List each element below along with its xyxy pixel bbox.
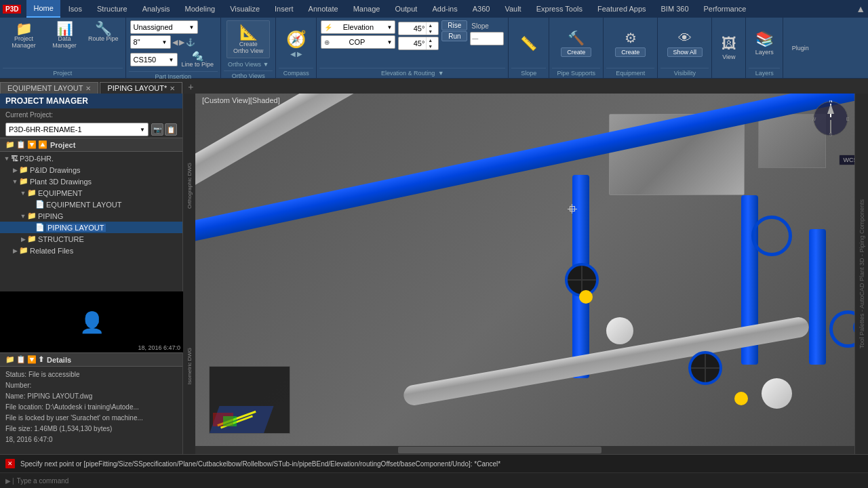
tab-modeling[interactable]: Modeling bbox=[178, 0, 222, 18]
line-to-pipe-button[interactable]: 🔩 Line to Pipe bbox=[179, 50, 217, 70]
piping-layout-tab[interactable]: PIPING LAYOUT* ✕ bbox=[100, 82, 182, 94]
new-tab-button[interactable]: + bbox=[184, 80, 197, 94]
tree-toggle-structure[interactable]: ▶ bbox=[19, 236, 27, 243]
panel-compass-label: Compass bbox=[279, 68, 313, 77]
piping-tab-close[interactable]: ✕ bbox=[170, 85, 175, 92]
tab-performance[interactable]: Performance bbox=[697, 0, 753, 18]
current-project-dropdown[interactable]: P3D-6HR-RENAME-1 ▼ bbox=[5, 123, 149, 136]
piping-folder-icon: 📁 bbox=[27, 211, 37, 220]
details-icon-a[interactable]: 📁 bbox=[5, 355, 15, 364]
tab-addins[interactable]: Add-ins bbox=[425, 0, 464, 18]
cop-dropdown[interactable]: ⊕ COP ▼ bbox=[321, 35, 395, 49]
tab-bim360[interactable]: BIM 360 bbox=[654, 0, 696, 18]
create-equipment-button[interactable]: Create bbox=[615, 47, 646, 57]
details-icon-c[interactable]: 🔽 bbox=[27, 355, 37, 364]
view-label[interactable]: View bbox=[722, 54, 735, 61]
tree-toggle-equipment[interactable]: ▼ bbox=[19, 190, 27, 197]
tab-insert[interactable]: Insert bbox=[268, 0, 300, 18]
project-icon-b[interactable]: 📋 bbox=[16, 140, 26, 149]
angle1-up[interactable]: ▲ bbox=[427, 22, 434, 28]
angle2-input[interactable] bbox=[399, 39, 426, 47]
tree-toggle-root[interactable]: ▼ bbox=[3, 155, 11, 162]
angle1-spinbox[interactable]: ▲ ▼ bbox=[398, 22, 439, 35]
project-icon-2[interactable]: 📋 bbox=[165, 123, 177, 136]
equipment-tab-close[interactable]: ✕ bbox=[85, 85, 91, 92]
tab-home[interactable]: Home bbox=[26, 0, 60, 18]
structure-folder-icon: 📁 bbox=[27, 235, 37, 243]
elevation-routing-caret[interactable]: ▼ bbox=[438, 70, 444, 77]
plugin-button[interactable]: Plugin bbox=[788, 43, 812, 53]
spec-dropdown[interactable]: CS150 ▼ bbox=[130, 53, 178, 66]
show-all-button[interactable]: Show All bbox=[667, 47, 703, 57]
scrollbar-thumb-h[interactable] bbox=[398, 447, 601, 453]
tree-item-equip-layout[interactable]: 📄 EQUIPMENT LAYOUT bbox=[0, 199, 182, 210]
project-manager-button[interactable]: 📁 Project Manager bbox=[4, 20, 43, 51]
tab-output[interactable]: Output bbox=[388, 0, 424, 18]
tree-item-root[interactable]: ▼ 🏗 P3D-6HR. bbox=[0, 153, 182, 164]
webcam-person-icon: 👤 bbox=[79, 310, 104, 334]
line-to-pipe-icon: 🔩 bbox=[192, 52, 203, 61]
rise-button[interactable]: Rise bbox=[441, 20, 467, 30]
route-pipe-button[interactable]: 🔧 Route Pipe bbox=[85, 20, 121, 44]
angle1-input[interactable] bbox=[399, 24, 426, 33]
tree-toggle-related[interactable]: ▶ bbox=[11, 247, 19, 254]
project-icon-d[interactable]: 🔼 bbox=[38, 140, 47, 149]
tree-item-plant3d[interactable]: ▼ 📁 Plant 3D Drawings bbox=[0, 176, 182, 187]
tree-item-pid[interactable]: ▶ 📁 P&ID Drawings bbox=[0, 164, 182, 176]
project-icon-c[interactable]: 🔽 bbox=[27, 140, 37, 149]
tab-manage[interactable]: Manage bbox=[347, 0, 387, 18]
tree-item-piping[interactable]: ▼ 📁 PIPING bbox=[0, 210, 182, 222]
tree-toggle-piping[interactable]: ▼ bbox=[19, 213, 27, 220]
tab-expresstools[interactable]: Express Tools bbox=[530, 0, 589, 18]
elevation-dropdown[interactable]: ⚡ Elevation ▼ bbox=[321, 20, 395, 34]
create-pipe-support-button[interactable]: Create bbox=[561, 47, 591, 57]
ribbon-expand-icon[interactable]: ▲ bbox=[856, 3, 865, 14]
tab-analysis[interactable]: Analysis bbox=[136, 0, 177, 18]
run-button[interactable]: Run bbox=[441, 31, 467, 41]
tree-toggle-plant3d[interactable]: ▼ bbox=[11, 178, 19, 185]
slope-value: — bbox=[472, 35, 478, 42]
tab-vault[interactable]: Vault bbox=[498, 0, 528, 18]
bottom-area: ✕ Specify next point or [pipeFitting/Siz… bbox=[0, 454, 868, 488]
angle1-down[interactable]: ▼ bbox=[427, 28, 434, 35]
tab-structure[interactable]: Structure bbox=[90, 0, 134, 18]
ortho-views-label-btn[interactable]: Ortho Views ▼ bbox=[225, 60, 271, 69]
panel-part-insertion-label: Part Insertion bbox=[129, 71, 218, 80]
tab-isos[interactable]: Isos bbox=[62, 0, 89, 18]
project-manager-icon: 📁 bbox=[16, 22, 33, 35]
panel-compass: 🧭 ◀ ▶ Compass bbox=[276, 18, 317, 78]
command-close-button[interactable]: ✕ bbox=[5, 459, 15, 468]
details-expand-icon[interactable]: ⬆ bbox=[38, 355, 44, 364]
panel-visibility: 👁 Show All Visibility bbox=[658, 18, 712, 78]
angle2-up[interactable]: ▲ bbox=[427, 37, 434, 43]
compass-button[interactable]: 🧭 bbox=[286, 30, 307, 49]
command-input[interactable] bbox=[17, 477, 863, 485]
tree-item-piping-layout[interactable]: 📄 PIPING LAYOUT bbox=[0, 222, 182, 233]
angle2-spinbox[interactable]: ▲ ▼ bbox=[398, 37, 439, 50]
project-icon-1[interactable]: 📷 bbox=[151, 123, 163, 136]
tree-item-related[interactable]: ▶ 📁 Related Files bbox=[0, 245, 182, 256]
angle2-down[interactable]: ▼ bbox=[427, 43, 434, 49]
viewport[interactable]: Orthographic DWG Isometric DWG [Custom V… bbox=[183, 94, 868, 454]
tab-annotate[interactable]: Annotate bbox=[302, 0, 345, 18]
cop-icon: ⊕ bbox=[324, 39, 330, 46]
tab-featuredapps[interactable]: Featured Apps bbox=[591, 0, 653, 18]
svg-text:N: N bbox=[829, 100, 832, 103]
data-manager-button[interactable]: 📊 Data Manager bbox=[45, 20, 84, 51]
size-dropdown[interactable]: 8" ▼ bbox=[130, 35, 171, 49]
details-icon-b[interactable]: 📋 bbox=[16, 355, 26, 364]
tab-visualize[interactable]: Visualize bbox=[223, 0, 267, 18]
viewport-scrollbar-h[interactable] bbox=[195, 446, 868, 454]
details-icons: 📁 📋 🔽 ⬆ bbox=[5, 355, 44, 364]
equipment-layout-tab[interactable]: EQUIPMENT LAYOUT ✕ bbox=[0, 82, 98, 94]
unassigned-dropdown[interactable]: Unassigned ▼ bbox=[130, 20, 198, 34]
tab-a360[interactable]: A360 bbox=[466, 0, 497, 18]
create-ortho-view-button[interactable]: 📐 Create Ortho View bbox=[226, 20, 270, 58]
tree-toggle-pid[interactable]: ▶ bbox=[11, 167, 19, 174]
project-icon-a[interactable]: 📁 bbox=[5, 140, 15, 149]
tree-item-equipment[interactable]: ▼ 📁 EQUIPMENT bbox=[0, 187, 182, 199]
slope-input[interactable]: — bbox=[470, 32, 504, 45]
app-badge: P3D bbox=[3, 5, 21, 14]
tree-item-structure[interactable]: ▶ 📁 STRUCTURE bbox=[0, 233, 182, 245]
layers-label[interactable]: Layers bbox=[755, 49, 774, 56]
